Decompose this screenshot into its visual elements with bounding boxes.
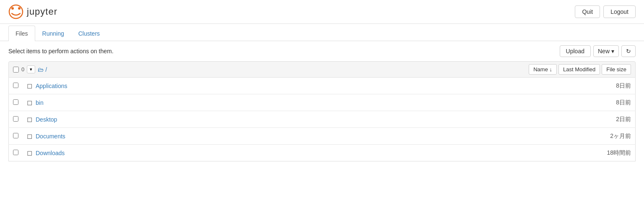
- tabs-bar: Files Running Clusters: [0, 26, 644, 41]
- row-checkbox-cell: [9, 128, 23, 145]
- page-header: jupyter Quit Logout: [0, 0, 644, 24]
- file-table: ◻ Applications 8日前 ◻ bin 8日前 ◻ Desktop 2…: [8, 78, 636, 161]
- file-list-header-right: Name ↓ Last Modified File size: [529, 64, 631, 75]
- refresh-icon: ↻: [626, 48, 631, 55]
- file-link[interactable]: bin: [36, 99, 44, 106]
- new-dropdown-arrow-icon: ▾: [611, 48, 614, 55]
- row-name-cell: ◻ Applications: [23, 78, 390, 94]
- row-name-cell: ◻ bin: [23, 94, 390, 111]
- toolbar: Select items to perform actions on them.…: [0, 41, 644, 61]
- row-checkbox[interactable]: [13, 116, 18, 122]
- row-checkbox[interactable]: [13, 150, 18, 155]
- file-link[interactable]: Documents: [36, 133, 65, 140]
- row-checkbox[interactable]: [13, 133, 18, 138]
- quit-button[interactable]: Quit: [575, 5, 600, 18]
- row-checkbox-cell: [9, 78, 23, 94]
- file-list-container: 0 ▾ 🗁 / Name ↓ Last Modified File size ◻…: [0, 61, 644, 161]
- file-list-header-left: 0 ▾ 🗁 /: [13, 65, 525, 73]
- table-row: ◻ Desktop 2日前: [9, 111, 636, 128]
- row-name-cell: ◻ Desktop: [23, 111, 390, 128]
- new-button[interactable]: New ▾: [593, 45, 619, 57]
- logout-button[interactable]: Logout: [603, 5, 636, 18]
- select-dropdown-button[interactable]: ▾: [27, 65, 35, 73]
- selected-count: 0: [21, 66, 24, 73]
- row-modified-cell: 2ヶ月前: [390, 128, 635, 145]
- file-link[interactable]: Desktop: [36, 116, 57, 123]
- folder-icon: ◻: [27, 132, 32, 140]
- logo: jupyter: [8, 4, 57, 19]
- file-link[interactable]: Downloads: [36, 150, 65, 156]
- folder-icon: ◻: [27, 149, 32, 157]
- tab-running[interactable]: Running: [35, 26, 71, 41]
- file-link[interactable]: Applications: [36, 83, 68, 89]
- upload-button[interactable]: Upload: [560, 45, 591, 57]
- row-modified-cell: 8日前: [390, 94, 635, 111]
- refresh-button[interactable]: ↻: [621, 45, 636, 57]
- table-row: ◻ Applications 8日前: [9, 78, 636, 94]
- svg-point-2: [18, 7, 21, 10]
- row-checkbox-cell: [9, 94, 23, 111]
- row-name-cell: ◻ Downloads: [23, 145, 390, 161]
- svg-point-0: [9, 5, 23, 18]
- row-checkbox-cell: [9, 111, 23, 128]
- select-all-checkbox[interactable]: [13, 67, 19, 73]
- folder-icon: ◻: [27, 115, 32, 123]
- toolbar-actions: Upload New ▾ ↻: [560, 45, 636, 57]
- row-checkbox[interactable]: [13, 83, 18, 88]
- file-list-header: 0 ▾ 🗁 / Name ↓ Last Modified File size: [8, 61, 636, 78]
- logo-text: jupyter: [27, 6, 57, 17]
- breadcrumb: 🗁 /: [38, 66, 47, 73]
- folder-icon: 🗁: [38, 66, 44, 73]
- row-checkbox-cell: [9, 145, 23, 161]
- table-row: ◻ bin 8日前: [9, 94, 636, 111]
- tab-files[interactable]: Files: [8, 26, 35, 41]
- row-name-cell: ◻ Documents: [23, 128, 390, 145]
- header-buttons: Quit Logout: [575, 5, 636, 18]
- folder-icon: ◻: [27, 82, 32, 90]
- sort-name-button[interactable]: Name ↓: [529, 64, 557, 75]
- row-modified-cell: 2日前: [390, 111, 635, 128]
- sort-size-button[interactable]: File size: [602, 64, 631, 75]
- row-checkbox[interactable]: [13, 99, 18, 105]
- row-modified-cell: 18時間前: [390, 145, 635, 161]
- toolbar-instruction: Select items to perform actions on them.: [8, 48, 114, 55]
- table-row: ◻ Documents 2ヶ月前: [9, 128, 636, 145]
- svg-point-1: [11, 7, 14, 10]
- jupyter-logo-icon: [8, 4, 23, 19]
- row-modified-cell: 8日前: [390, 78, 635, 94]
- sort-modified-button[interactable]: Last Modified: [558, 64, 600, 75]
- table-row: ◻ Downloads 18時間前: [9, 145, 636, 161]
- folder-icon: ◻: [27, 99, 32, 106]
- tab-clusters[interactable]: Clusters: [71, 26, 107, 41]
